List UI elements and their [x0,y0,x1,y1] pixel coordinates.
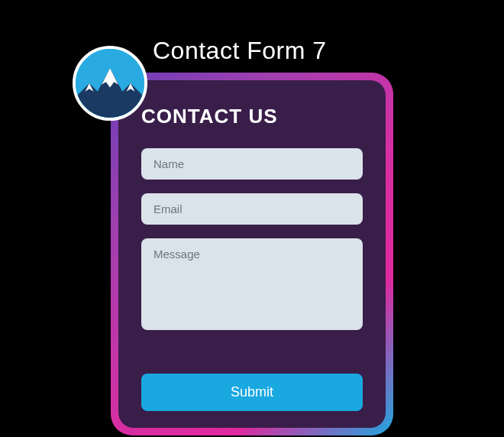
email-input[interactable] [141,193,363,225]
form-heading: CONTACT US [141,105,363,128]
form-card-gradient-border: CONTACT US Submit [111,73,393,435]
page-title: Contact Form 7 [153,37,327,65]
mountain-logo [73,46,147,121]
form-card: CONTACT US Submit [118,80,386,428]
name-input[interactable] [141,148,363,180]
message-textarea[interactable] [141,238,363,330]
submit-button[interactable]: Submit [141,374,363,411]
mountain-icon [76,49,144,118]
